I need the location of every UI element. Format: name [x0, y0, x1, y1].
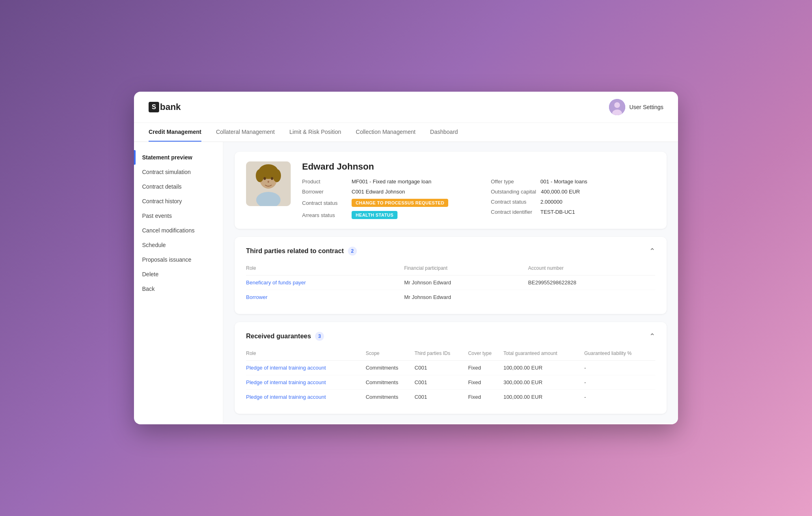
avatar: [609, 99, 625, 115]
col-g-amount: Total guaranteed amount: [503, 348, 584, 361]
table-row: Beneficary of funds payer Mr Johnson Edw…: [246, 275, 655, 290]
field-arrears-status: Arrears status HEALTH STATUS: [302, 211, 466, 219]
svg-point-9: [263, 177, 266, 180]
table-row: Pledge of internal training account Comm…: [246, 361, 655, 375]
field-product: Product MF001 - Fixed rate mortgage loan: [302, 178, 466, 185]
logo-text: bank: [160, 102, 181, 112]
user-settings-button[interactable]: User Settings: [609, 99, 663, 115]
col-role: Role: [246, 263, 404, 275]
profile-left-fields: Product MF001 - Fixed rate mortgage loan…: [302, 178, 466, 219]
table-row: Borrower Mr Johnson Edward: [246, 290, 655, 305]
sidebar-item-back[interactable]: Back: [134, 282, 223, 296]
guarantee-amount-1: 300,000.00 EUR: [503, 375, 584, 390]
guarantees-header: Received guarantees 3 ⌃: [246, 332, 655, 341]
header: S bank User Settings: [134, 92, 678, 123]
guarantee-cover-0: Fixed: [468, 361, 503, 375]
third-party-role-0[interactable]: Beneficary of funds payer: [246, 275, 404, 290]
col-g-scope: Scope: [366, 348, 415, 361]
col-account-number: Account number: [528, 263, 655, 275]
field-contract-identifier: Contract identifier TEST-DB-UC1: [491, 209, 655, 215]
sidebar-item-contract-history[interactable]: Contract history: [134, 194, 223, 209]
tab-dashboard[interactable]: Dashboard: [430, 123, 458, 142]
svg-point-10: [271, 177, 273, 180]
third-parties-card: Third parties related to contract 2 ⌃ Ro…: [235, 237, 667, 314]
logo: S bank: [149, 102, 181, 112]
badge-contract-status: CHANGE TO PROCESSUS REQUESTED: [352, 199, 448, 207]
third-party-participant-0: Mr Johnson Edward: [404, 275, 528, 290]
guarantee-third-0: C001: [415, 361, 468, 375]
guarantee-scope-2: Commitments: [366, 390, 415, 404]
field-contract-status-right: Contract status 2.000000: [491, 199, 655, 205]
third-party-account-1: [528, 290, 655, 305]
guarantees-title: Received guarantees 3: [246, 332, 324, 341]
col-g-liability: Guaranteed liability %: [584, 348, 655, 361]
tab-credit-management[interactable]: Credit Management: [149, 123, 201, 142]
guarantees-table: Role Scope Third parties IDs Cover type …: [246, 348, 655, 404]
guarantee-cover-2: Fixed: [468, 390, 503, 404]
tab-limit-risk[interactable]: Limit & Risk Position: [289, 123, 341, 142]
guarantee-liability-0: -: [584, 361, 655, 375]
guarantee-cover-1: Fixed: [468, 375, 503, 390]
table-row: Pledge of internal training account Comm…: [246, 375, 655, 390]
sidebar-item-cancel-modifications[interactable]: Cancel modifications: [134, 223, 223, 238]
guarantee-liability-2: -: [584, 390, 655, 404]
field-borrower: Borrower C001 Edward Johnson: [302, 189, 466, 195]
sidebar-item-statement-preview[interactable]: Statement preview: [134, 150, 223, 165]
guarantee-amount-0: 100,000.00 EUR: [503, 361, 584, 375]
user-settings-label: User Settings: [629, 104, 663, 110]
svg-point-6: [256, 169, 264, 182]
third-parties-collapse-button[interactable]: ⌃: [649, 247, 655, 256]
col-financial-participant: Financial participant: [404, 263, 528, 275]
guarantee-scope-1: Commitments: [366, 375, 415, 390]
col-g-cover: Cover type: [468, 348, 503, 361]
tab-collateral-management[interactable]: Collateral Management: [216, 123, 275, 142]
third-parties-table: Role Financial participant Account numbe…: [246, 263, 655, 304]
guarantees-card: Received guarantees 3 ⌃ Role Scope Third…: [235, 322, 667, 414]
profile-card: Edward Johnson Product MF001 - Fixed rat…: [235, 152, 667, 229]
badge-arrears-status: HEALTH STATUS: [352, 211, 397, 219]
sidebar-item-contract-details[interactable]: Contract details: [134, 179, 223, 194]
main-window: S bank User Settings Credit Management C…: [134, 92, 678, 424]
profile-name: Edward Johnson: [302, 161, 655, 172]
svg-point-1: [614, 102, 620, 108]
guarantee-role-0[interactable]: Pledge of internal training account: [246, 361, 366, 375]
col-g-role: Role: [246, 348, 366, 361]
guarantee-role-1[interactable]: Pledge of internal training account: [246, 375, 366, 390]
profile-info: Edward Johnson Product MF001 - Fixed rat…: [302, 161, 655, 219]
table-row: Pledge of internal training account Comm…: [246, 390, 655, 404]
profile-photo: [246, 161, 291, 206]
sidebar-item-delete[interactable]: Delete: [134, 267, 223, 282]
guarantees-collapse-button[interactable]: ⌃: [649, 332, 655, 341]
third-parties-header: Third parties related to contract 2 ⌃: [246, 247, 655, 256]
field-offer-type: Offer type 001 - Mortage loans: [491, 178, 655, 185]
third-parties-title: Third parties related to contract 2: [246, 247, 357, 256]
col-g-third-parties: Third parties IDs: [415, 348, 468, 361]
profile-row: Edward Johnson Product MF001 - Fixed rat…: [246, 161, 655, 219]
guarantee-amount-2: 100,000.00 EUR: [503, 390, 584, 404]
guarantee-liability-1: -: [584, 375, 655, 390]
sidebar-item-past-events[interactable]: Past events: [134, 209, 223, 223]
third-party-participant-1: Mr Johnson Edward: [404, 290, 528, 305]
guarantees-count: 3: [315, 332, 324, 341]
svg-point-7: [273, 169, 281, 182]
third-party-role-1[interactable]: Borrower: [246, 290, 404, 305]
guarantee-third-1: C001: [415, 375, 468, 390]
sidebar-item-contract-simulation[interactable]: Contract simulation: [134, 165, 223, 179]
logo-icon: S: [149, 102, 159, 112]
tab-collection-management[interactable]: Collection Management: [356, 123, 415, 142]
profile-right-fields: Offer type 001 - Mortage loans Outstandi…: [491, 178, 655, 219]
content-area: Edward Johnson Product MF001 - Fixed rat…: [223, 142, 678, 424]
guarantee-scope-0: Commitments: [366, 361, 415, 375]
field-contract-status-left: Contract status CHANGE TO PROCESSUS REQU…: [302, 199, 466, 207]
svg-point-11: [268, 181, 269, 183]
profile-fields: Product MF001 - Fixed rate mortgage loan…: [302, 178, 655, 219]
sidebar: Statement preview Contract simulation Co…: [134, 142, 223, 424]
field-outstanding-capital: Outstanding capital 400,000.00 EUR: [491, 189, 655, 195]
main-layout: Statement preview Contract simulation Co…: [134, 142, 678, 424]
guarantee-role-2[interactable]: Pledge of internal training account: [246, 390, 366, 404]
sidebar-item-schedule[interactable]: Schedule: [134, 238, 223, 252]
nav-tabs: Credit Management Collateral Management …: [134, 123, 678, 142]
guarantee-third-2: C001: [415, 390, 468, 404]
third-party-account-0: BE29955298622828: [528, 275, 655, 290]
sidebar-item-proposals-issuance[interactable]: Proposals issuance: [134, 252, 223, 267]
